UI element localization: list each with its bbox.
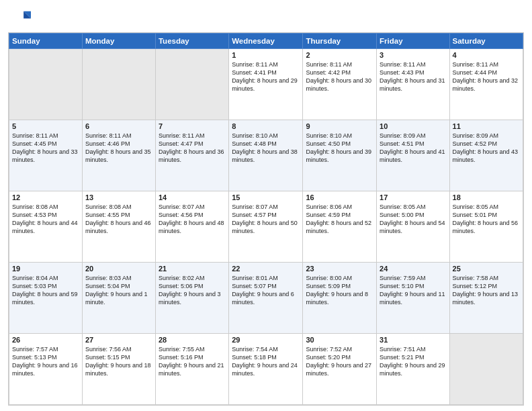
- day-number: 30: [306, 336, 373, 344]
- calendar-cell: 27 Sunrise: 7:56 AMSunset: 5:15 PMDaylig…: [82, 334, 155, 405]
- calendar-cell: 26 Sunrise: 7:57 AMSunset: 5:13 PMDaylig…: [9, 334, 83, 405]
- calendar-body: 1 Sunrise: 8:11 AMSunset: 4:41 PMDayligh…: [9, 49, 523, 405]
- day-number: 23: [306, 265, 373, 273]
- calendar: SundayMondayTuesdayWednesdayThursdayFrid…: [8, 32, 524, 406]
- day-info: Sunrise: 8:10 AMSunset: 4:50 PMDaylight:…: [306, 132, 371, 163]
- calendar-cell: 19 Sunrise: 8:04 AMSunset: 5:03 PMDaylig…: [9, 263, 83, 334]
- calendar-cell: 6 Sunrise: 8:11 AMSunset: 4:46 PMDayligh…: [82, 120, 155, 191]
- day-number: 17: [380, 193, 446, 201]
- day-number: 7: [159, 122, 226, 130]
- day-number: 18: [453, 193, 520, 201]
- day-info: Sunrise: 8:04 AMSunset: 5:03 PMDaylight:…: [12, 275, 78, 306]
- day-info: Sunrise: 8:09 AMSunset: 4:52 PMDaylight:…: [453, 132, 519, 163]
- day-number: 4: [453, 51, 520, 59]
- weekday-header: Monday: [82, 34, 155, 49]
- day-info: Sunrise: 8:03 AMSunset: 5:04 PMDaylight:…: [85, 275, 148, 306]
- day-info: Sunrise: 8:11 AMSunset: 4:43 PMDaylight:…: [380, 61, 445, 92]
- day-info: Sunrise: 8:08 AMSunset: 4:53 PMDaylight:…: [12, 203, 78, 234]
- calendar-cell: 10 Sunrise: 8:09 AMSunset: 4:51 PMDaylig…: [377, 120, 449, 191]
- day-number: 20: [85, 265, 152, 273]
- day-number: 2: [306, 51, 373, 59]
- day-number: 28: [159, 336, 226, 344]
- day-number: 15: [232, 193, 300, 201]
- header: [0, 0, 532, 32]
- calendar-cell: 7 Sunrise: 8:11 AMSunset: 4:47 PMDayligh…: [155, 120, 228, 191]
- day-number: 24: [380, 265, 446, 273]
- day-info: Sunrise: 8:11 AMSunset: 4:42 PMDaylight:…: [306, 61, 371, 92]
- day-number: 1: [232, 51, 300, 59]
- calendar-cell: 16 Sunrise: 8:06 AMSunset: 4:59 PMDaylig…: [303, 191, 377, 263]
- day-number: 31: [380, 336, 446, 344]
- day-number: 8: [232, 122, 300, 130]
- calendar-cell: [82, 49, 155, 120]
- calendar-cell: 11 Sunrise: 8:09 AMSunset: 4:52 PMDaylig…: [449, 120, 523, 191]
- day-number: 12: [12, 193, 79, 201]
- day-info: Sunrise: 8:08 AMSunset: 4:55 PMDaylight:…: [85, 203, 151, 234]
- calendar-cell: 20 Sunrise: 8:03 AMSunset: 5:04 PMDaylig…: [82, 263, 155, 334]
- day-info: Sunrise: 8:11 AMSunset: 4:47 PMDaylight:…: [159, 132, 224, 163]
- calendar-cell: 3 Sunrise: 8:11 AMSunset: 4:43 PMDayligh…: [377, 49, 449, 120]
- day-info: Sunrise: 8:01 AMSunset: 5:07 PMDaylight:…: [232, 275, 294, 306]
- day-info: Sunrise: 7:58 AMSunset: 5:12 PMDaylight:…: [453, 275, 519, 306]
- logo-icon: [12, 8, 31, 27]
- day-info: Sunrise: 7:57 AMSunset: 5:13 PMDaylight:…: [12, 346, 78, 377]
- day-number: 5: [12, 122, 79, 130]
- day-number: 16: [306, 193, 373, 201]
- calendar-cell: 8 Sunrise: 8:10 AMSunset: 4:48 PMDayligh…: [229, 120, 303, 191]
- day-info: Sunrise: 8:00 AMSunset: 5:09 PMDaylight:…: [306, 275, 368, 306]
- day-info: Sunrise: 8:02 AMSunset: 5:06 PMDaylight:…: [159, 275, 221, 306]
- day-info: Sunrise: 8:05 AMSunset: 5:01 PMDaylight:…: [453, 203, 519, 234]
- day-info: Sunrise: 8:11 AMSunset: 4:41 PMDaylight:…: [232, 61, 298, 92]
- day-number: 10: [380, 122, 446, 130]
- day-info: Sunrise: 7:54 AMSunset: 5:18 PMDaylight:…: [232, 346, 298, 377]
- calendar-cell: 12 Sunrise: 8:08 AMSunset: 4:53 PMDaylig…: [9, 191, 83, 263]
- day-number: 22: [232, 265, 300, 273]
- logo: [12, 8, 34, 27]
- day-number: 26: [12, 336, 79, 344]
- day-info: Sunrise: 8:07 AMSunset: 4:57 PMDaylight:…: [232, 203, 298, 234]
- day-info: Sunrise: 7:55 AMSunset: 5:16 PMDaylight:…: [159, 346, 224, 377]
- calendar-cell: 25 Sunrise: 7:58 AMSunset: 5:12 PMDaylig…: [449, 263, 523, 334]
- day-number: 11: [453, 122, 520, 130]
- day-number: 3: [380, 51, 446, 59]
- calendar-cell: 24 Sunrise: 7:59 AMSunset: 5:10 PMDaylig…: [377, 263, 449, 334]
- calendar-cell: 31 Sunrise: 7:51 AMSunset: 5:21 PMDaylig…: [377, 334, 449, 405]
- page: SundayMondayTuesdayWednesdayThursdayFrid…: [0, 0, 532, 411]
- day-info: Sunrise: 7:56 AMSunset: 5:15 PMDaylight:…: [85, 346, 151, 377]
- day-info: Sunrise: 8:05 AMSunset: 5:00 PMDaylight:…: [380, 203, 445, 234]
- calendar-cell: 15 Sunrise: 8:07 AMSunset: 4:57 PMDaylig…: [229, 191, 303, 263]
- calendar-cell: [155, 49, 228, 120]
- day-info: Sunrise: 8:07 AMSunset: 4:56 PMDaylight:…: [159, 203, 224, 234]
- day-info: Sunrise: 7:59 AMSunset: 5:10 PMDaylight:…: [380, 275, 445, 306]
- day-number: 6: [85, 122, 152, 130]
- calendar-cell: 14 Sunrise: 8:07 AMSunset: 4:56 PMDaylig…: [155, 191, 228, 263]
- day-info: Sunrise: 8:10 AMSunset: 4:48 PMDaylight:…: [232, 132, 298, 163]
- calendar-cell: 21 Sunrise: 8:02 AMSunset: 5:06 PMDaylig…: [155, 263, 228, 334]
- weekday-header: Tuesday: [155, 34, 228, 49]
- weekday-header: Sunday: [9, 34, 83, 49]
- calendar-cell: 1 Sunrise: 8:11 AMSunset: 4:41 PMDayligh…: [229, 49, 303, 120]
- calendar-cell: 18 Sunrise: 8:05 AMSunset: 5:01 PMDaylig…: [449, 191, 523, 263]
- weekday-header: Saturday: [449, 34, 523, 49]
- calendar-cell: 4 Sunrise: 8:11 AMSunset: 4:44 PMDayligh…: [449, 49, 523, 120]
- day-info: Sunrise: 7:51 AMSunset: 5:21 PMDaylight:…: [380, 346, 445, 377]
- calendar-cell: 29 Sunrise: 7:54 AMSunset: 5:18 PMDaylig…: [229, 334, 303, 405]
- weekday-row: SundayMondayTuesdayWednesdayThursdayFrid…: [9, 34, 523, 49]
- day-info: Sunrise: 7:52 AMSunset: 5:20 PMDaylight:…: [306, 346, 371, 377]
- calendar-cell: 5 Sunrise: 8:11 AMSunset: 4:45 PMDayligh…: [9, 120, 83, 191]
- calendar-week-row: 5 Sunrise: 8:11 AMSunset: 4:45 PMDayligh…: [9, 120, 523, 191]
- calendar-cell: [9, 49, 83, 120]
- calendar-cell: 17 Sunrise: 8:05 AMSunset: 5:00 PMDaylig…: [377, 191, 449, 263]
- day-info: Sunrise: 8:09 AMSunset: 4:51 PMDaylight:…: [380, 132, 445, 163]
- calendar-cell: 22 Sunrise: 8:01 AMSunset: 5:07 PMDaylig…: [229, 263, 303, 334]
- day-number: 27: [85, 336, 152, 344]
- day-number: 25: [453, 265, 520, 273]
- day-number: 9: [306, 122, 373, 130]
- calendar-cell: 30 Sunrise: 7:52 AMSunset: 5:20 PMDaylig…: [303, 334, 377, 405]
- calendar-cell: 28 Sunrise: 7:55 AMSunset: 5:16 PMDaylig…: [155, 334, 228, 405]
- calendar-week-row: 12 Sunrise: 8:08 AMSunset: 4:53 PMDaylig…: [9, 191, 523, 263]
- calendar-cell: 9 Sunrise: 8:10 AMSunset: 4:50 PMDayligh…: [303, 120, 377, 191]
- calendar-table: SundayMondayTuesdayWednesdayThursdayFrid…: [9, 33, 523, 405]
- calendar-header: SundayMondayTuesdayWednesdayThursdayFrid…: [9, 34, 523, 49]
- calendar-cell: [449, 334, 523, 405]
